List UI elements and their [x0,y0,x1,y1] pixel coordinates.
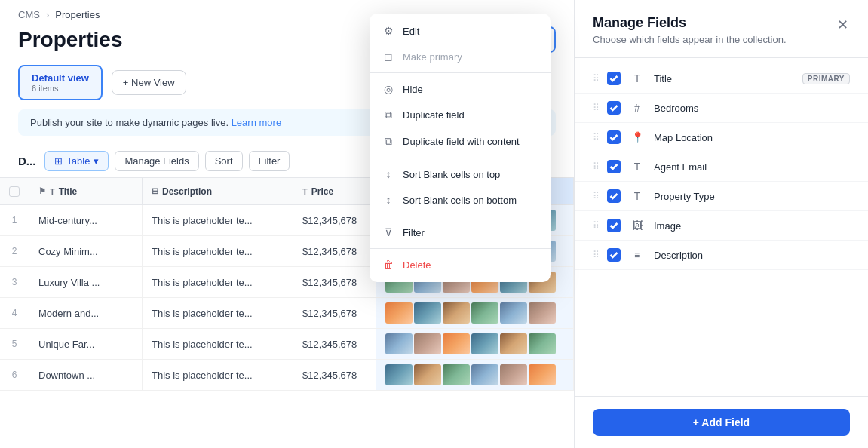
field-checkbox[interactable] [607,101,621,115]
table-icon: ⊞ [54,155,63,167]
sort_blank_top-label: Sort Blank cells on top [403,169,500,180]
title-cell[interactable]: Unique Far... [29,329,143,360]
new-view-button[interactable]: + New View [112,70,186,95]
field-name-label: Title [654,73,793,84]
field-type-icon: ≡ [630,249,645,261]
hide-label: Hide [403,84,423,95]
gallery-thumbnail [500,302,527,324]
gallery-thumbnail [414,364,441,385]
make_primary-icon: ◻ [382,51,395,63]
description-cell[interactable]: This is placeholder te... [143,360,293,391]
description-column-header[interactable]: ⊟ Description [143,178,293,205]
menu-item-delete[interactable]: 🗑 Delete [370,252,551,278]
default-view-tab[interactable]: Default view 6 items [18,65,103,100]
menu-item-sort_blank_bottom[interactable]: ↕ Sort Blank cells on bottom [370,187,551,213]
table-row: 4 Modern and... This is placeholder te..… [0,298,574,329]
sort-button[interactable]: Sort [205,151,243,171]
menu-divider [370,72,551,73]
menu-item-edit[interactable]: ⚙ Edit [370,18,551,44]
drag-handle-icon[interactable]: ⠿ [593,250,598,260]
field-item: ⠿ 🖼 Image [575,211,868,241]
field-type-icon: 📍 [630,131,645,143]
title-cell[interactable]: Cozy Minim... [29,236,143,267]
description-cell[interactable]: This is placeholder te... [143,236,293,267]
hide-icon: ◎ [382,83,395,95]
field-checkbox[interactable] [607,130,621,144]
drag-handle-icon[interactable]: ⠿ [593,191,598,201]
table-row: 5 Unique Far... This is placeholder te..… [0,329,574,360]
title-cell[interactable]: Mid-century... [29,205,143,236]
close-panel-button[interactable]: ✕ [836,15,850,35]
gallery-thumbnail [500,364,527,385]
table-label: Table [66,155,90,167]
field-checkbox[interactable] [607,72,621,85]
sort_blank_bottom-icon: ↕ [382,194,395,206]
description-cell[interactable]: This is placeholder te... [143,267,293,298]
gallery-cell[interactable] [376,360,574,391]
drag-handle-icon[interactable]: ⠿ [593,132,598,143]
description-cell[interactable]: This is placeholder te... [143,329,293,360]
table-row: 6 Downtown ... This is placeholder te...… [0,360,574,391]
menu-item-filter[interactable]: ⊽ Filter [370,219,551,245]
filter-button[interactable]: Filter [249,151,290,171]
drag-handle-icon[interactable]: ⠿ [593,103,598,113]
field-checkbox[interactable] [607,189,621,203]
field-checkbox[interactable] [607,219,621,232]
price-cell: $12,345,678 [293,267,376,298]
description-cell[interactable]: This is placeholder te... [143,205,293,236]
price-header-label: Price [311,186,333,197]
gallery-thumbnail [529,302,556,324]
edit-icon: ⚙ [382,25,395,37]
gallery-cell[interactable] [376,329,574,360]
check-icon [609,221,618,230]
field-checkbox[interactable] [607,160,621,173]
table-view-button[interactable]: ⊞ Table ▾ [44,151,109,171]
context-menu: ⚙ Edit ◻ Make primary ◎ Hide ⧉ Duplicate… [370,14,551,282]
manage-fields-button[interactable]: Manage Fields [115,151,198,171]
gallery-cell[interactable] [376,298,574,329]
gallery-thumbnail [471,333,498,354]
field-type-icon: T [630,190,645,202]
select-all-header[interactable] [0,178,29,205]
panel-title: Manage Fields [593,15,787,31]
gallery-thumbnail [385,302,413,324]
add-field-button[interactable]: + Add Field [593,409,850,436]
banner-link[interactable]: Learn more [232,117,281,128]
gallery-thumbnail [443,333,470,354]
row-number: 2 [0,236,29,267]
price-cell: $12,345,678 [293,205,376,236]
check-icon [609,250,618,259]
menu-item-duplicate_field[interactable]: ⧉ Duplicate field [370,102,551,128]
gallery-thumbnail [529,333,556,354]
description-cell[interactable]: This is placeholder te... [143,298,293,329]
panel-footer: + Add Field [575,396,868,448]
gallery-thumbnail [385,364,413,385]
price-column-header[interactable]: T Price [293,178,376,205]
field-type-icon: # [630,102,645,114]
field-name-label: Map Location [654,132,850,143]
title-cell[interactable]: Modern and... [29,298,143,329]
check-icon [609,103,618,112]
title-column-header[interactable]: ⚑ T Title [29,178,143,205]
chevron-down-icon: ▾ [94,155,99,167]
menu-item-sort_blank_top[interactable]: ↕ Sort Blank cells on top [370,161,551,187]
desc-header-label: Description [162,186,212,197]
banner-text: Publish your site to make dynamic pages … [30,117,229,128]
field-checkbox[interactable] [607,248,621,262]
check-icon [609,162,618,171]
drag-handle-icon[interactable]: ⠿ [593,220,598,231]
menu-item-hide[interactable]: ◎ Hide [370,76,551,102]
title-header-label: Title [59,186,77,197]
title-cell[interactable]: Luxury Villa ... [29,267,143,298]
breadcrumb-parent[interactable]: CMS [18,9,40,20]
field-item: ⠿ T Agent Email [575,152,868,182]
view-name: Default view [32,72,89,84]
drag-handle-icon[interactable]: ⠿ [593,73,598,84]
price-cell: $12,345,678 [293,329,376,360]
duplicate_with_content-icon: ⧉ [382,135,395,148]
gallery-thumbnail [443,364,470,385]
title-cell[interactable]: Downtown ... [29,360,143,391]
row-number: 4 [0,298,29,329]
menu-item-duplicate_with_content[interactable]: ⧉ Duplicate field with content [370,128,551,155]
drag-handle-icon[interactable]: ⠿ [593,161,598,172]
